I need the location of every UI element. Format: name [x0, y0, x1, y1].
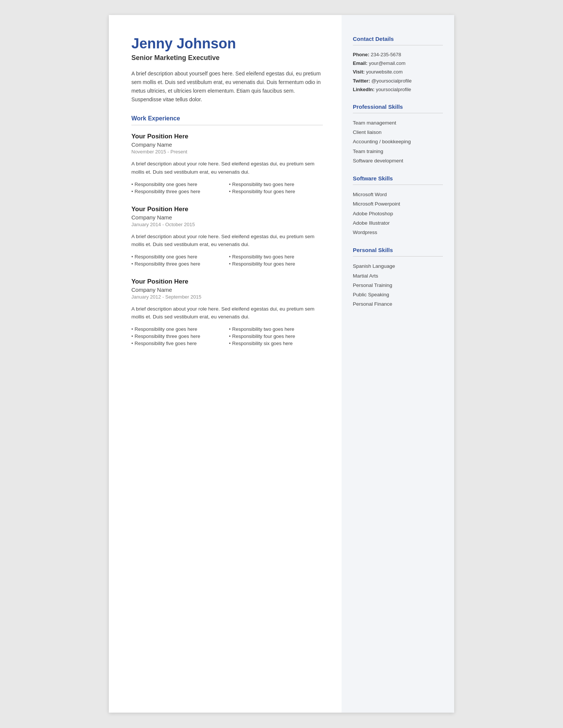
resp-item: • Responsibility two goes here: [229, 326, 323, 332]
bio-text: A brief description about yourself goes …: [131, 69, 323, 104]
skill-item: Software development: [353, 157, 443, 165]
email-label: Email:: [353, 60, 369, 66]
bullet-icon: •: [229, 254, 231, 260]
job-dates-2: January 2014 - October 2015: [131, 222, 323, 227]
resp-item: • Responsibility two goes here: [229, 254, 323, 260]
visit-value: yourwebsite.com: [366, 69, 403, 75]
contact-divider: [353, 45, 443, 45]
job-desc-3: A brief description about your role here…: [131, 305, 323, 321]
personal-skills-divider: [353, 256, 443, 257]
email-value: your@email.com: [369, 60, 406, 66]
job-desc-2: A brief description about your role here…: [131, 233, 323, 249]
name-title-section: Jenny Johnson Senior Marketing Executive: [131, 36, 323, 62]
contact-email: Email: your@email.com: [353, 60, 443, 67]
job-title-2: Your Position Here: [131, 206, 323, 213]
skill-item: Public Speaking: [353, 291, 443, 299]
responsibilities-1: • Responsibility one goes here • Respons…: [131, 182, 323, 194]
contact-website: Visit: yourwebsite.com: [353, 69, 443, 75]
skill-item: Microsoft Word: [353, 191, 443, 198]
skill-item: Spanish Language: [353, 263, 443, 270]
resp-item: • Responsibility one goes here: [131, 254, 225, 260]
resp-item: • Responsibility three goes here: [131, 333, 225, 339]
twitter-value: @yoursocialprofile: [372, 78, 412, 84]
sidebar-column: Contact Details Phone: 234-235-5678 Emai…: [342, 15, 454, 713]
resp-item: • Responsibility four goes here: [229, 261, 323, 267]
resp-item: • Responsibility one goes here: [131, 326, 225, 332]
job-title-3: Your Position Here: [131, 278, 323, 285]
work-experience-divider: [131, 125, 323, 125]
personal-skills-heading: Personal Skills: [353, 247, 443, 253]
responsibilities-3: • Responsibility one goes here • Respons…: [131, 326, 323, 346]
skill-item: Team management: [353, 119, 443, 127]
skill-item: Personal Training: [353, 282, 443, 289]
resume-page: Jenny Johnson Senior Marketing Executive…: [109, 15, 454, 713]
software-skills-heading: Software Skills: [353, 175, 443, 182]
software-skills-divider: [353, 185, 443, 185]
bullet-icon: •: [131, 189, 133, 194]
bullet-icon: •: [229, 326, 231, 332]
company-name-2: Company Name: [131, 214, 323, 221]
skill-item: Martial Arts: [353, 272, 443, 280]
job-desc-1: A brief description about your role here…: [131, 160, 323, 176]
software-skills-section: Software Skills Microsoft Word Microsoft…: [353, 175, 443, 236]
bullet-icon: •: [229, 261, 231, 267]
candidate-name: Jenny Johnson: [131, 36, 323, 52]
skill-item: Adobe Illustrator: [353, 219, 443, 227]
professional-skills-heading: Professional Skills: [353, 104, 443, 110]
personal-skills-section: Personal Skills Spanish Language Martial…: [353, 247, 443, 308]
candidate-title: Senior Marketing Executive: [131, 54, 323, 62]
professional-skills-section: Professional Skills Team management Clie…: [353, 104, 443, 165]
phone-label: Phone:: [353, 52, 371, 57]
skill-item: Client liaison: [353, 129, 443, 136]
linkedin-label: LinkedIn:: [353, 87, 376, 92]
main-column: Jenny Johnson Senior Marketing Executive…: [109, 15, 342, 713]
bullet-icon: •: [131, 326, 133, 332]
bullet-icon: •: [229, 182, 231, 187]
company-name-1: Company Name: [131, 141, 323, 148]
skill-item: Accounting / bookkeeping: [353, 138, 443, 146]
bullet-icon: •: [131, 254, 133, 260]
skill-item: Adobe Photoshop: [353, 210, 443, 218]
twitter-label: Twitter:: [353, 78, 372, 84]
linkedin-value: yoursocialprofile: [376, 87, 411, 92]
resp-item: • Responsibility four goes here: [229, 189, 323, 194]
job-block-3: Your Position Here Company Name January …: [131, 278, 323, 346]
skill-item: Team training: [353, 148, 443, 155]
job-title-1: Your Position Here: [131, 133, 323, 140]
work-experience-heading: Work Experience: [131, 115, 323, 122]
contact-phone: Phone: 234-235-5678: [353, 51, 443, 58]
resp-item: • Responsibility four goes here: [229, 333, 323, 339]
bullet-icon: •: [131, 261, 133, 267]
resp-item: • Responsibility five goes here: [131, 341, 225, 346]
skill-item: Personal Finance: [353, 300, 443, 308]
contact-twitter: Twitter: @yoursocialprofile: [353, 78, 443, 84]
resp-item: • Responsibility three goes here: [131, 189, 225, 194]
bullet-icon: •: [131, 182, 133, 187]
bullet-icon: •: [229, 333, 231, 339]
skill-item: Microsoft Powerpoint: [353, 200, 443, 208]
company-name-3: Company Name: [131, 287, 323, 293]
bullet-icon: •: [131, 341, 133, 346]
job-block-1: Your Position Here Company Name November…: [131, 133, 323, 194]
visit-label: Visit:: [353, 69, 366, 75]
job-dates-3: January 2012 - September 2015: [131, 294, 323, 300]
resp-item: • Responsibility two goes here: [229, 182, 323, 187]
job-block-2: Your Position Here Company Name January …: [131, 206, 323, 267]
skill-item: Wordpress: [353, 229, 443, 236]
phone-value: 234-235-5678: [371, 52, 401, 57]
resp-item: • Responsibility three goes here: [131, 261, 225, 267]
contact-section: Contact Details Phone: 234-235-5678 Emai…: [353, 36, 443, 93]
contact-linkedin: LinkedIn: yoursocialprofile: [353, 86, 443, 93]
resp-item: • Responsibility one goes here: [131, 182, 225, 187]
responsibilities-2: • Responsibility one goes here • Respons…: [131, 254, 323, 267]
bullet-icon: •: [229, 341, 231, 346]
bullet-icon: •: [131, 333, 133, 339]
resp-item: • Responsibility six goes here: [229, 341, 323, 346]
professional-skills-divider: [353, 113, 443, 113]
job-dates-1: November 2015 - Present: [131, 149, 323, 155]
contact-heading: Contact Details: [353, 36, 443, 42]
bullet-icon: •: [229, 189, 231, 194]
